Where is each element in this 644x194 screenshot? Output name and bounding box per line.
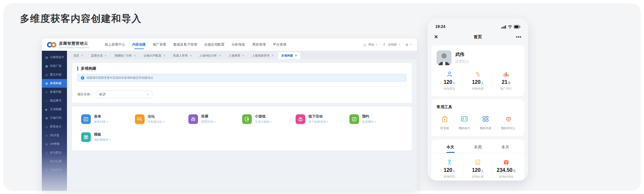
tab-this-week[interactable]: 本周 (464, 145, 491, 153)
stat-leads[interactable]: 120人 销售线索 (464, 70, 492, 91)
tab-this-month[interactable]: 本月 (492, 145, 519, 153)
user-role: 泛经纪人 (455, 59, 469, 64)
stat-new-subscriptions[interactable]: 120人 新增认购 (464, 158, 492, 179)
nav-item-reports[interactable]: 分析报表 (232, 39, 245, 50)
sidebar-item-label: VR带看 (50, 142, 60, 146)
close-icon[interactable]: ✕ (219, 54, 221, 57)
app-card-vote[interactable]: 投票投票活动 > (188, 114, 242, 124)
stat-value: 120 (472, 79, 481, 85)
close-icon[interactable]: ✕ (81, 54, 83, 57)
close-icon[interactable]: ✕ (295, 54, 297, 57)
stat-label: 新增到访 (435, 175, 464, 179)
nav-item-promotion[interactable]: 推广获客 (153, 39, 166, 50)
sidebar-item-lead-card[interactable]: ▭获客名片 (42, 122, 67, 131)
stat-rank[interactable]: 21名 推广排行 (492, 70, 520, 91)
sidebar-item-3d-sandbox[interactable]: ◇3D沙盘 (42, 131, 67, 140)
app-link[interactable]: 在线预约 > (362, 120, 376, 124)
project-select[interactable]: 长沙 (96, 91, 152, 98)
sidebar-item-label: 移动案场 (50, 151, 62, 155)
close-icon[interactable]: ✕ (134, 54, 136, 57)
sidebar-item-live[interactable]: ◉直播管理 (42, 166, 67, 174)
stat-label: 推广排行 (492, 87, 520, 91)
sidebar-item-content-plaza[interactable]: ▦内容广场 (42, 62, 67, 70)
sidebar-item-universal-code[interactable]: ⊠万物万码 (42, 114, 67, 122)
sidebar: ▤AI海报设计 ▦内容广场 ◫图文内容 ⊞多维构建 ≡多维列表 ⌂精品楼书 ▶互… (42, 51, 67, 191)
settings-caret-icon: ▾ (411, 43, 412, 46)
nav-item-wecom-config[interactable]: 企微应用配置 (204, 39, 224, 50)
tab-home[interactable]: 首页✕ (70, 52, 87, 59)
app-link[interactable]: 表单列表 > (94, 120, 108, 124)
stat-new-commission[interactable]: 234.50元 新增结佣金 (492, 158, 520, 179)
tool-my-card[interactable]: 我的名片 (459, 115, 470, 130)
sidebar-item-multi-list[interactable]: ≡多维列表 (42, 88, 67, 96)
stat-unit: 人 (481, 81, 484, 84)
nav-item-data-customer[interactable]: 数据及客户管理 (174, 39, 197, 50)
tab-video-analysis[interactable]: 视频推广分析✕ (111, 52, 139, 59)
tab-blueprint[interactable]: 蓝图生成✕ (88, 52, 110, 59)
close-icon[interactable]: ✕ (190, 54, 192, 57)
help-label[interactable]: 帮助 (368, 43, 374, 47)
stat-new-visits[interactable]: 120人 新增到访 (435, 158, 464, 179)
nav-item-system[interactable]: 系统管理 (252, 39, 266, 50)
tool-label: 百宝箱 (440, 126, 449, 130)
app-card-template[interactable]: 模板我的模板库 > (81, 132, 135, 142)
sidebar-item-ebook[interactable]: ⌂精品楼书 (42, 96, 67, 105)
chevron-down-icon (147, 93, 149, 96)
sidebar-item-mobile-site[interactable]: ▢移动案场 (42, 148, 67, 157)
tab-robot[interactable]: 机器人管理✕ (170, 52, 195, 59)
app-card-booking[interactable]: 预约在线预约 > (349, 114, 403, 124)
tool-my-agent[interactable]: 我的经纪人 (501, 115, 516, 130)
nav-item-content-creation[interactable]: 内容创建 (132, 39, 146, 50)
tab-face-search[interactable]: 人脸搜索✕ (225, 52, 248, 59)
tab-today[interactable]: 今天 (437, 145, 464, 153)
tools-card: 常用工具 百宝箱 我的名片 我的内容 我的经纪人 (431, 99, 524, 136)
sidebar-item-vr-tour[interactable]: ◎VR带看 (42, 140, 67, 148)
close-icon[interactable]: ✕ (163, 54, 166, 57)
stat-fans[interactable]: 120人 粉丝受众 (435, 70, 464, 91)
tab-face-risk[interactable]: 人脸风险管理✕ (249, 52, 277, 59)
close-icon[interactable]: ✕ (242, 54, 244, 57)
tool-treasure-box[interactable]: 百宝箱 (440, 115, 449, 130)
app-link[interactable]: 投票活动 > (201, 120, 215, 124)
app-card-minigame[interactable]: 小游戏互动小游戏 > (242, 114, 296, 124)
app-card-form[interactable]: 表单表单列表 > (81, 114, 135, 124)
sidebar-item-ai-poster[interactable]: ▤AI海报设计 (42, 53, 67, 62)
tool-my-content[interactable]: 我的内容 (480, 115, 491, 130)
user-row: 武伟 泛经纪人 (435, 50, 520, 65)
tab-label: 人脸风险管理 (252, 54, 270, 58)
divider: · (380, 43, 381, 46)
stat-unit: 元 (513, 169, 516, 172)
phone-nav-bar: ✕ 首页 ••• (428, 32, 528, 42)
nav-item-online-acquisition[interactable]: 线上获客中心 (105, 39, 125, 50)
sidebar-item-interactive-video[interactable]: ▶互动视频 (42, 105, 67, 114)
close-icon[interactable]: ✕ (105, 54, 107, 57)
tab-multi-build[interactable]: 多维构建✕ (278, 52, 300, 59)
stat-value: 234.50 (497, 167, 513, 173)
app-link[interactable]: 手机版论坛 > (148, 120, 165, 124)
sidebar-item-label: 万物万码 (50, 116, 62, 120)
sidebar-item-multi-build[interactable]: ⊞多维构建 (42, 79, 67, 88)
more-menu-icon[interactable]: ••• (516, 34, 522, 40)
app-card-offline-event[interactable]: 线下活动线下场景活动 > (296, 114, 349, 124)
app-link[interactable]: 我的模板库 > (94, 138, 111, 142)
tab-face-analysis[interactable]: 人脸特征分析✕ (196, 52, 224, 59)
close-icon[interactable]: ✕ (271, 54, 274, 57)
battery-icon (514, 25, 520, 29)
app-link[interactable]: 互动小游戏 > (255, 120, 272, 124)
user-name[interactable]: 张明辉 (388, 43, 397, 47)
settings-gear-icon[interactable]: ⚙ (406, 43, 409, 47)
app-link[interactable]: 线下场景活动 > (308, 120, 328, 124)
fans-person-icon (435, 70, 464, 77)
divider: · (402, 43, 403, 46)
open-tabs-bar: 首页✕ 蓝图生成✕ 视频推广分析✕ 企微SOP配置✕ 机器人管理✕ 人脸特征分析… (67, 51, 417, 59)
sidebar-item-article-content[interactable]: ◫图文内容 (42, 70, 67, 79)
app-card-forum[interactable]: 论坛手机版论坛 > (135, 114, 189, 124)
sidebar-item-label: 3D沙盘 (50, 133, 60, 137)
sandbox-icon: ◇ (45, 134, 48, 137)
tab-sop-config[interactable]: 企微SOP配置✕ (140, 52, 169, 59)
avatar[interactable] (437, 50, 451, 65)
qrcode-icon: ⊠ (45, 117, 48, 120)
nav-item-platform[interactable]: 平台管理 (273, 39, 286, 50)
sidebar-item-quiz[interactable]: ○知识竞赛 (42, 157, 67, 166)
section-heading: 多维构建 (77, 66, 407, 71)
